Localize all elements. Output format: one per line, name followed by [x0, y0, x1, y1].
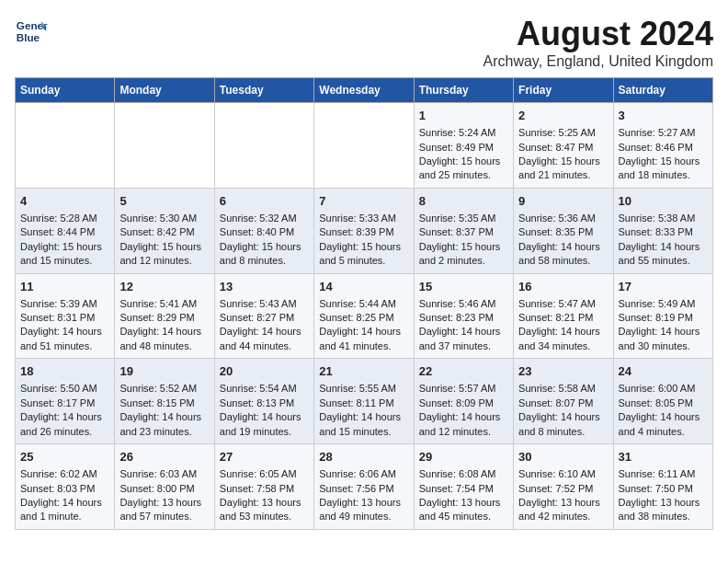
cell-text: Daylight: 13 hours [619, 496, 708, 510]
cell-text: Sunrise: 5:35 AM [419, 212, 508, 225]
calendar-cell: 17Sunrise: 5:49 AMSunset: 8:19 PMDayligh… [613, 273, 712, 359]
cell-text: Sunset: 8:00 PM [119, 482, 209, 496]
calendar-cell: 2Sunrise: 5:25 AMSunset: 8:47 PMDaylight… [514, 103, 613, 189]
calendar-cell: 15Sunrise: 5:46 AMSunset: 8:23 PMDayligh… [414, 273, 513, 359]
calendar-cell: 23Sunrise: 5:58 AMSunset: 8:07 PMDayligh… [514, 359, 613, 444]
cell-text: and 57 minutes. [119, 510, 209, 523]
cell-text: Daylight: 14 hours [319, 325, 408, 339]
day-number: 12 [119, 279, 209, 295]
day-number: 16 [518, 279, 608, 295]
cell-text: and 18 minutes. [619, 168, 708, 182]
calendar-cell: 4Sunrise: 5:28 AMSunset: 8:44 PMDaylight… [16, 188, 115, 273]
column-header-friday: Friday [514, 78, 613, 103]
cell-text: and 45 minutes. [419, 510, 508, 523]
day-number: 29 [419, 449, 508, 465]
page-title: August 2024 [483, 15, 713, 53]
cell-text: Sunrise: 5:57 AM [419, 382, 508, 396]
cell-text: and 58 minutes. [518, 254, 608, 268]
cell-text: and 55 minutes. [619, 254, 708, 268]
cell-text: Daylight: 15 hours [20, 240, 109, 254]
cell-text: Sunrise: 5:44 AM [319, 297, 408, 311]
calendar-cell: 12Sunrise: 5:41 AMSunset: 8:29 PMDayligh… [115, 273, 214, 359]
cell-text: and 53 minutes. [220, 510, 309, 523]
cell-text: and 4 minutes. [619, 425, 708, 439]
column-header-wednesday: Wednesday [314, 78, 414, 103]
day-number: 22 [419, 363, 508, 380]
cell-text: and 12 minutes. [419, 425, 508, 439]
cell-text: Sunset: 8:49 PM [419, 141, 508, 155]
day-number: 3 [619, 108, 708, 124]
cell-text: and 34 minutes. [518, 339, 608, 353]
cell-text: Sunrise: 6:00 AM [619, 382, 708, 396]
page-subtitle: Archway, England, United Kingdom [483, 53, 713, 70]
day-number: 20 [220, 363, 309, 380]
cell-text: Sunset: 8:25 PM [319, 311, 408, 325]
cell-text: Daylight: 14 hours [319, 410, 408, 424]
calendar-cell: 26Sunrise: 6:03 AMSunset: 8:00 PMDayligh… [115, 444, 214, 530]
column-header-sunday: Sunday [16, 78, 115, 103]
calendar-cell: 25Sunrise: 6:02 AMSunset: 8:03 PMDayligh… [16, 444, 115, 530]
day-number: 23 [518, 363, 608, 380]
cell-text: and 15 minutes. [319, 425, 408, 439]
cell-text: Daylight: 14 hours [518, 240, 608, 254]
cell-text: Sunset: 8:27 PM [220, 311, 309, 325]
day-number: 25 [20, 449, 109, 465]
cell-text: Daylight: 15 hours [220, 240, 309, 254]
calendar-cell: 13Sunrise: 5:43 AMSunset: 8:27 PMDayligh… [214, 273, 313, 359]
svg-text:Blue: Blue [17, 31, 40, 43]
cell-text: Sunset: 7:54 PM [419, 482, 508, 496]
cell-text: Sunset: 8:15 PM [119, 396, 209, 410]
cell-text: Daylight: 15 hours [419, 240, 508, 254]
cell-text: and 12 minutes. [119, 254, 209, 268]
cell-text: Sunrise: 5:46 AM [419, 297, 508, 311]
calendar-cell: 5Sunrise: 5:30 AMSunset: 8:42 PMDaylight… [115, 188, 214, 273]
cell-text: Sunset: 8:23 PM [419, 311, 508, 325]
cell-text: Daylight: 14 hours [419, 410, 508, 424]
day-number: 9 [518, 193, 608, 210]
day-number: 19 [119, 363, 209, 380]
cell-text: Daylight: 14 hours [20, 410, 109, 424]
cell-text: Sunrise: 5:47 AM [518, 297, 608, 311]
calendar-cell: 10Sunrise: 5:38 AMSunset: 8:33 PMDayligh… [613, 188, 712, 273]
cell-text: Daylight: 15 hours [619, 155, 708, 168]
cell-text: and 38 minutes. [619, 510, 708, 523]
cell-text: Sunrise: 5:24 AM [419, 126, 508, 140]
cell-text: and 41 minutes. [319, 339, 408, 353]
day-number: 28 [319, 449, 408, 465]
calendar-cell: 27Sunrise: 6:05 AMSunset: 7:58 PMDayligh… [214, 444, 313, 530]
cell-text: and 30 minutes. [619, 339, 708, 353]
column-header-monday: Monday [115, 78, 214, 103]
cell-text: Daylight: 13 hours [419, 496, 508, 510]
cell-text: Sunset: 8:11 PM [319, 396, 408, 410]
cell-text: Sunset: 8:37 PM [419, 225, 508, 239]
cell-text: Sunset: 8:31 PM [20, 311, 109, 325]
logo: General Blue [15, 15, 48, 48]
cell-text: Daylight: 15 hours [419, 155, 508, 168]
cell-text: and 21 minutes. [518, 168, 608, 182]
cell-text: Daylight: 13 hours [319, 496, 408, 510]
calendar-week-3: 11Sunrise: 5:39 AMSunset: 8:31 PMDayligh… [16, 273, 713, 359]
day-number: 14 [319, 279, 408, 295]
day-number: 31 [619, 449, 708, 465]
calendar-cell: 18Sunrise: 5:50 AMSunset: 8:17 PMDayligh… [16, 359, 115, 444]
cell-text: Sunrise: 5:27 AM [619, 126, 708, 140]
calendar-cell: 16Sunrise: 5:47 AMSunset: 8:21 PMDayligh… [514, 273, 613, 359]
cell-text: and 15 minutes. [20, 254, 109, 268]
cell-text: Sunset: 8:19 PM [619, 311, 708, 325]
cell-text: Daylight: 14 hours [20, 496, 109, 510]
cell-text: Sunrise: 5:28 AM [20, 212, 109, 225]
column-header-thursday: Thursday [414, 78, 513, 103]
day-number: 24 [619, 363, 708, 380]
cell-text: and 49 minutes. [319, 510, 408, 523]
calendar-cell: 7Sunrise: 5:33 AMSunset: 8:39 PMDaylight… [314, 188, 414, 273]
cell-text: and 1 minute. [20, 510, 109, 523]
logo-icon: General Blue [15, 15, 48, 48]
cell-text: Sunrise: 5:52 AM [119, 382, 209, 396]
calendar-cell: 6Sunrise: 5:32 AMSunset: 8:40 PMDaylight… [214, 188, 313, 273]
cell-text: Daylight: 14 hours [518, 325, 608, 339]
day-number: 26 [119, 449, 209, 465]
cell-text: Sunrise: 5:30 AM [119, 212, 209, 225]
cell-text: Sunset: 7:52 PM [518, 482, 608, 496]
calendar-week-2: 4Sunrise: 5:28 AMSunset: 8:44 PMDaylight… [16, 188, 713, 273]
cell-text: Daylight: 13 hours [119, 496, 209, 510]
